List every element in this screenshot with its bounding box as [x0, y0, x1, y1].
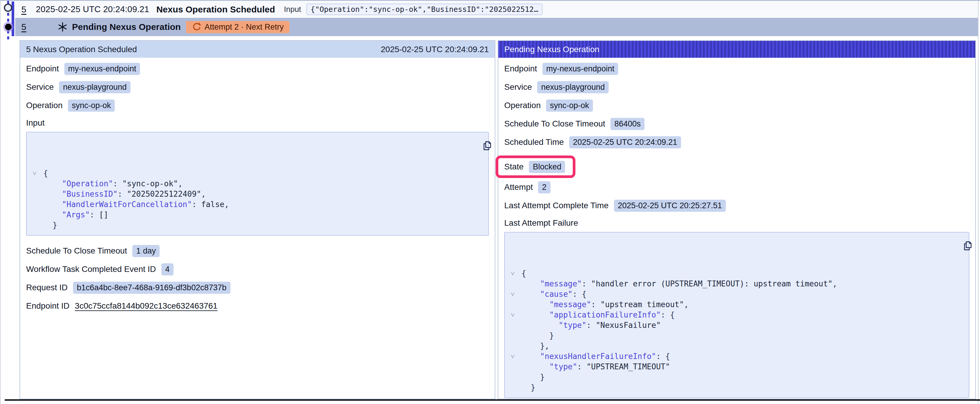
copy-icon[interactable] — [473, 136, 484, 147]
field-label: Request ID — [26, 283, 68, 292]
gutter-spacer — [511, 279, 522, 289]
json-code-line: ˅ "nexusHandlerFailureInfo": { — [511, 351, 963, 362]
gutter-spacer — [33, 220, 43, 230]
asterisk-pending-icon — [57, 22, 68, 32]
right-panel-title: Pending Nexus Operation — [504, 45, 600, 54]
panel-nexus-operation-scheduled: 5 Nexus Operation Scheduled 2025-02-25 U… — [19, 40, 495, 399]
field-endpoint: Endpoint my-nexus-endpoint — [26, 62, 489, 76]
timeline-node-open-icon[interactable] — [4, 3, 12, 12]
field-workflow-task-completed-event-id: Workflow Task Completed Event ID 4 — [26, 262, 489, 276]
collapse-chevron-icon[interactable]: ˅ — [511, 289, 522, 299]
state-value-chip: Blocked — [529, 161, 565, 173]
collapse-chevron-icon[interactable]: ˅ — [33, 168, 43, 179]
gutter-spacer — [511, 320, 522, 331]
input-section-label: Input — [26, 117, 489, 128]
json-code-line: "message": "handler error (UPSTREAM_TIME… — [511, 279, 963, 289]
event-row-scheduled[interactable]: 5 2025-02-25 UTC 20:24:09.21 Nexus Opera… — [15, 2, 978, 17]
event-row-pending[interactable]: 5 Pending Nexus Operation Attempt 2 · Ne… — [15, 18, 978, 36]
field-label: Service — [504, 82, 532, 92]
field-attempt: Attempt 2 — [504, 181, 969, 194]
endpoint-id-link[interactable]: 3c0c75ccfa8144b092c13ce632463761 — [75, 301, 217, 311]
event-title: Nexus Operation Scheduled — [156, 5, 275, 14]
gutter-spacer — [33, 210, 43, 220]
field-label: Last Attempt Complete Time — [504, 201, 609, 210]
json-code-line: } — [511, 382, 963, 393]
right-panel-header: Pending Nexus Operation — [498, 41, 975, 58]
field-value-chip: 4 — [161, 263, 173, 276]
json-code-line: } — [33, 220, 482, 230]
gutter-spacer — [33, 189, 43, 199]
json-code-line: "type": "UPSTREAM_TIMEOUT" — [511, 362, 963, 372]
timeline-node-current-icon[interactable] — [5, 24, 11, 30]
json-code-line: }, — [511, 341, 963, 351]
field-last-attempt-complete-time: Last Attempt Complete Time 2025-02-25 UT… — [504, 199, 969, 212]
field-value-chip: nexus-playground — [537, 81, 609, 93]
retry-badge-label: Attempt 2 · Next Retry — [204, 22, 283, 32]
field-operation: Operation sync-op-ok — [504, 99, 969, 112]
last-attempt-failure-label: Last Attempt Failure — [504, 218, 969, 228]
collapse-chevron-icon[interactable]: ˅ — [511, 351, 522, 362]
collapse-chevron-icon[interactable]: ˅ — [511, 268, 522, 279]
field-label: Operation — [504, 101, 541, 110]
scrollbar-track[interactable] — [978, 1, 978, 404]
field-value-chip: b1c6a4bc-8ee7-468a-9169-df3b02c8737b — [73, 282, 230, 294]
field-value-chip: sync-op-ok — [546, 100, 593, 112]
left-panel-title: 5 Nexus Operation Scheduled — [26, 45, 137, 54]
event-row-bottom-divider — [5, 399, 980, 401]
field-label: Schedule To Close Timeout — [504, 119, 605, 128]
copy-icon[interactable] — [953, 236, 964, 247]
field-value-chip: 86400s — [611, 118, 644, 130]
field-scheduled-time: Scheduled Time 2025-02-25 UTC 20:24:09.2… — [504, 135, 969, 149]
gutter-spacer — [511, 341, 522, 351]
field-label: Endpoint — [26, 64, 59, 73]
collapse-chevron-icon[interactable]: ˅ — [511, 310, 522, 320]
field-value-chip: nexus-playground — [59, 81, 130, 93]
json-code-line: "HandlerWaitForCancellation": false, — [33, 199, 482, 210]
retry-icon — [192, 22, 201, 32]
input-json-viewer: ˅{ "Operation": "sync-op-ok", "BusinessI… — [26, 132, 489, 236]
json-code-line: "Args": [] — [33, 210, 482, 220]
json-code-line: "type": "NexusFailure" — [511, 320, 963, 331]
json-code-line: ˅ "applicationFailureInfo": { — [511, 310, 963, 320]
pending-title: Pending Nexus Operation — [72, 22, 181, 32]
failure-json-viewer: ˅{ "message": "handler error (UPSTREAM_T… — [504, 232, 969, 398]
field-operation: Operation sync-op-ok — [26, 99, 489, 112]
field-value-chip: 1 day — [132, 245, 159, 257]
field-value-chip: 2 — [538, 181, 550, 193]
event-input-label: Input — [284, 5, 301, 14]
field-endpoint: Endpoint my-nexus-endpoint — [504, 62, 969, 76]
field-value-chip: 2025-02-25 UTC 20:25:27.51 — [614, 200, 726, 212]
field-schedule-to-close-timeout: Schedule To Close Timeout 1 day — [26, 244, 489, 258]
event-id-link[interactable]: 5 — [21, 5, 26, 14]
json-code-line: "message": "upstream timeout", — [511, 299, 963, 310]
pending-id-link[interactable]: 5 — [21, 22, 26, 32]
json-code-line: ˅ "cause": { — [511, 289, 963, 299]
gutter-spacer — [511, 382, 522, 393]
retry-status-badge: Attempt 2 · Next Retry — [186, 21, 289, 33]
field-value-chip: my-nexus-endpoint — [64, 63, 140, 75]
gutter-spacer — [33, 179, 43, 189]
event-input-preview-chip[interactable]: {"Operation":"sync-op-ok","BusinessID":"… — [306, 3, 542, 15]
field-label: Service — [26, 82, 54, 92]
field-state: State Blocked — [504, 160, 565, 174]
field-label: Workflow Task Completed Event ID — [26, 265, 156, 274]
gutter-spacer — [511, 362, 522, 372]
left-panel-time: 2025-02-25 UTC 20:24:09.21 — [381, 45, 489, 54]
field-value-chip: sync-op-ok — [68, 100, 115, 112]
panel-pending-nexus-operation: Pending Nexus Operation Endpoint my-nexu… — [498, 40, 976, 399]
json-code-line: "BusinessID": "20250225122409", — [33, 189, 482, 199]
gutter-spacer — [511, 299, 522, 310]
field-label: Endpoint ID — [26, 301, 69, 311]
field-label: Scheduled Time — [504, 138, 564, 147]
field-value-chip: 2025-02-25 UTC 20:24:09.21 — [569, 136, 681, 148]
state-highlight-annotation: State Blocked — [496, 155, 576, 178]
field-label: Operation — [26, 101, 63, 110]
field-value-chip: my-nexus-endpoint — [542, 63, 619, 75]
gutter-spacer — [511, 372, 522, 382]
json-code-line: ˅{ — [511, 268, 963, 279]
gutter-spacer — [33, 199, 43, 210]
json-code-line: "Operation": "sync-op-ok", — [33, 179, 482, 189]
left-panel-header: 5 Nexus Operation Scheduled 2025-02-25 U… — [20, 41, 495, 58]
gutter-spacer — [511, 331, 522, 341]
field-schedule-to-close-timeout: Schedule To Close Timeout 86400s — [504, 117, 969, 131]
